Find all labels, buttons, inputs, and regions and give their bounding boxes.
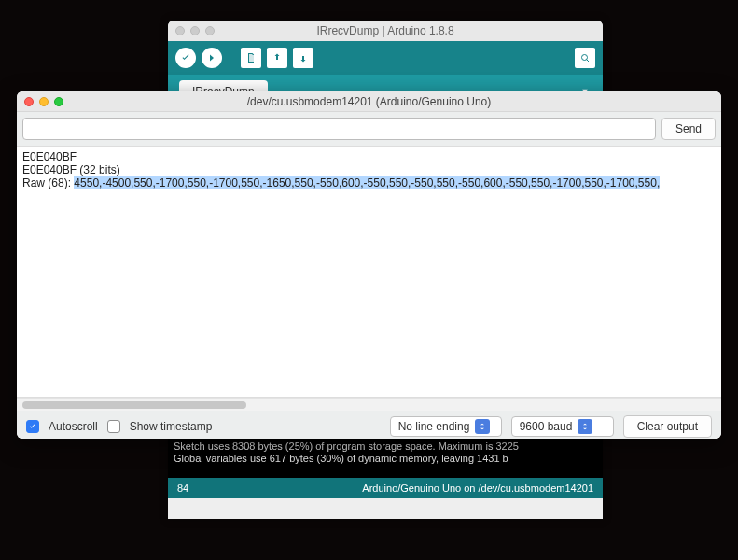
- send-button-label: Send: [675, 122, 702, 135]
- clear-output-label: Clear output: [637, 420, 698, 433]
- console-line: Sketch uses 8308 bytes (25%) of program …: [174, 441, 519, 452]
- horizontal-scrollbar[interactable]: [17, 398, 721, 411]
- serial-output[interactable]: E0E040BF E0E040BF (32 bits) Raw (68): 45…: [17, 146, 721, 398]
- save-button[interactable]: [293, 48, 313, 68]
- console-line: Global variables use 617 bytes (30%) of …: [174, 453, 508, 464]
- show-timestamp-checkbox[interactable]: [107, 420, 120, 433]
- scrollbar-thumb[interactable]: [22, 401, 246, 409]
- baud-value: 9600 baud: [520, 420, 573, 433]
- autoscroll-checkbox[interactable]: [26, 420, 39, 433]
- upload-button[interactable]: [202, 48, 222, 68]
- serial-input[interactable]: [22, 118, 656, 140]
- output-raw-prefix: Raw (68):: [22, 176, 74, 189]
- line-ending-value: No line ending: [398, 420, 470, 433]
- monitor-input-row: Send: [17, 112, 721, 146]
- status-board-port: Arduino/Genuino Uno on /dev/cu.usbmodem1…: [362, 483, 593, 494]
- baud-select[interactable]: 9600 baud: [511, 416, 614, 437]
- clear-output-button[interactable]: Clear output: [623, 415, 712, 438]
- output-raw-selected: 4550,-4500,550,-1700,550,-1700,550,-1650…: [74, 176, 660, 189]
- show-timestamp-label: Show timestamp: [130, 420, 213, 433]
- ide-console: Sketch uses 8308 bytes (25%) of program …: [168, 439, 603, 478]
- verify-button[interactable]: [175, 48, 196, 68]
- line-ending-select[interactable]: No line ending: [390, 416, 502, 437]
- monitor-titlebar: /dev/cu.usbmodem14201 (Arduino/Genuino U…: [17, 91, 721, 112]
- output-line: E0E040BF (32 bits): [22, 163, 120, 176]
- status-line-number: 84: [177, 483, 188, 494]
- ide-toolbar: [168, 41, 603, 75]
- monitor-bottom-bar: Autoscroll Show timestamp No line ending…: [17, 411, 721, 439]
- serial-monitor-button[interactable]: [575, 48, 595, 68]
- chevron-down-icon: [578, 419, 592, 434]
- autoscroll-label: Autoscroll: [49, 420, 98, 433]
- new-button[interactable]: [241, 48, 261, 68]
- chevron-down-icon: [475, 419, 490, 434]
- send-button[interactable]: Send: [661, 118, 716, 140]
- open-button[interactable]: [267, 48, 287, 68]
- output-line: E0E040BF: [22, 150, 77, 163]
- ide-title: IRrecvDump | Arduino 1.8.8: [168, 24, 603, 37]
- ide-statusbar: 84 Arduino/Genuino Uno on /dev/cu.usbmod…: [168, 478, 603, 498]
- ide-titlebar: IRrecvDump | Arduino 1.8.8: [168, 21, 603, 41]
- monitor-title: /dev/cu.usbmodem14201 (Arduino/Genuino U…: [17, 95, 721, 108]
- serial-monitor-window: /dev/cu.usbmodem14201 (Arduino/Genuino U…: [17, 91, 721, 439]
